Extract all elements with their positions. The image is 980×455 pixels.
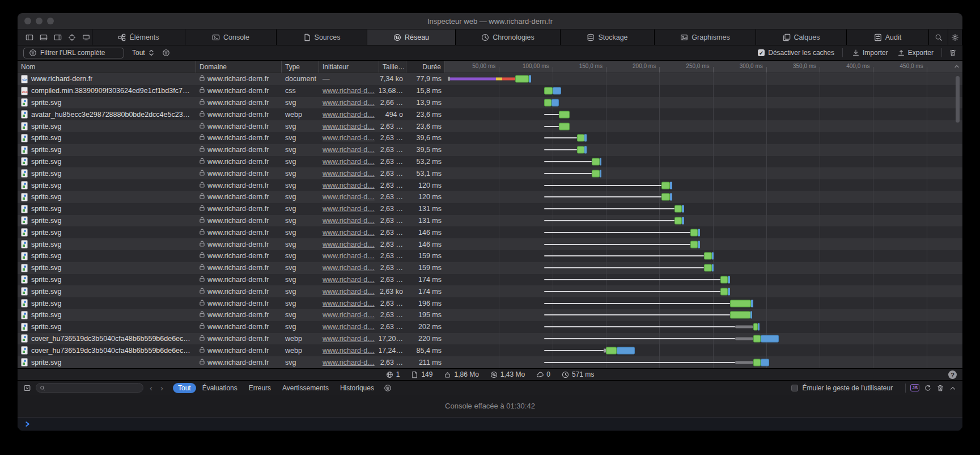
network-request-row[interactable]: avatar_hu85ecc3e298728880b0bde2dcc4e5c23… — [18, 108, 962, 120]
device-icon[interactable] — [80, 32, 92, 43]
tab-elements[interactable]: Éléments — [92, 30, 185, 45]
panel-left-icon[interactable] — [23, 32, 35, 43]
tab-audit[interactable]: Audit — [847, 30, 929, 45]
request-initiator[interactable]: www.richard-d… — [323, 205, 375, 213]
tab-console[interactable]: Console — [185, 30, 277, 45]
js-context-icon[interactable]: JS — [910, 384, 919, 391]
url-filter-input[interactable]: Filtrer l'URL complète — [23, 48, 124, 58]
console-tab-evaluations[interactable]: Évaluations — [197, 383, 243, 393]
export-button[interactable]: Exporter — [897, 49, 934, 57]
network-request-row[interactable]: sprite.svgwww.richard-dern.frsvgwww.rich… — [18, 167, 962, 179]
request-initiator[interactable]: www.richard-d… — [323, 335, 375, 343]
clear-console-trash-icon[interactable] — [936, 384, 944, 392]
close-button[interactable] — [24, 18, 31, 24]
chevron-up-icon[interactable] — [954, 63, 960, 71]
console-filter-options-icon[interactable] — [384, 384, 392, 392]
request-initiator[interactable]: www.richard-d… — [323, 99, 375, 107]
console-tab-historiques[interactable]: Historiques — [335, 383, 379, 393]
tab-reseau[interactable]: Réseau — [367, 30, 456, 45]
network-request-row[interactable]: sprite.svgwww.richard-dern.frsvgwww.rich… — [18, 262, 962, 274]
network-request-row[interactable]: sprite.svgwww.richard-dern.frsvgwww.rich… — [18, 179, 962, 191]
console-tab-erreurs[interactable]: Erreurs — [244, 383, 276, 393]
network-request-row[interactable]: csscompiled.min.38390909f303624ed9e1cf1b… — [18, 85, 962, 97]
column-header-domaine[interactable]: Domaine — [196, 61, 282, 73]
request-initiator[interactable]: www.richard-d… — [323, 170, 375, 178]
request-initiator[interactable]: www.richard-d… — [323, 252, 375, 260]
request-initiator[interactable]: www.richard-d… — [323, 323, 375, 331]
request-initiator[interactable]: www.richard-d… — [323, 87, 375, 95]
network-request-row[interactable]: sprite.svgwww.richard-dern.frsvgwww.rich… — [18, 203, 962, 215]
network-request-row[interactable]: cover_hu736519dc3b5040cfa48b6b559b6de6ec… — [18, 344, 962, 356]
network-request-row[interactable]: sprite.svgwww.richard-dern.frsvgwww.rich… — [18, 226, 962, 238]
network-request-row[interactable]: sprite.svgwww.richard-dern.frsvgwww.rich… — [18, 97, 962, 109]
previous-result-button[interactable]: ‹ — [148, 384, 154, 392]
network-request-row[interactable]: sprite.svgwww.richard-dern.frsvgwww.rich… — [18, 120, 962, 132]
network-request-row[interactable]: sprite.svgwww.richard-dern.frsvgwww.rich… — [18, 285, 962, 297]
request-initiator[interactable]: www.richard-d… — [323, 193, 375, 201]
network-request-row[interactable]: sprite.svgwww.richard-dern.frsvgwww.rich… — [18, 132, 962, 144]
request-initiator[interactable]: www.richard-d… — [323, 182, 375, 189]
network-request-row[interactable]: sprite.svgwww.richard-dern.frsvgwww.rich… — [18, 144, 962, 156]
request-initiator[interactable]: www.richard-d… — [323, 359, 375, 366]
console-reload-icon[interactable] — [924, 384, 932, 392]
emulate-user-gesture-checkbox[interactable] — [791, 385, 798, 391]
request-initiator[interactable]: www.richard-d… — [323, 217, 375, 225]
tab-calques[interactable]: Calques — [756, 30, 847, 45]
network-request-row[interactable]: sprite.svgwww.richard-dern.frsvgwww.rich… — [18, 250, 962, 262]
column-header-initiateur[interactable]: Initiateur — [319, 61, 379, 73]
request-initiator[interactable]: www.richard-d… — [323, 276, 375, 284]
settings-tab-button[interactable] — [948, 30, 962, 45]
target-icon[interactable] — [66, 32, 78, 43]
network-request-row[interactable]: sprite.svgwww.richard-dern.frsvgwww.rich… — [18, 238, 962, 250]
network-request-row[interactable]: sprite.svgwww.richard-dern.frsvgwww.rich… — [18, 215, 962, 227]
panel-bottom-icon[interactable] — [37, 32, 49, 43]
network-request-row[interactable]: sprite.svgwww.richard-dern.frsvgwww.rich… — [18, 274, 962, 286]
collapse-console-icon[interactable] — [949, 384, 957, 392]
column-header-type[interactable]: Type — [282, 61, 319, 73]
resource-type-dropdown[interactable]: Tout — [132, 49, 155, 57]
console-prompt[interactable] — [18, 418, 962, 431]
network-request-row[interactable]: sprite.svgwww.richard-dern.frsvgwww.rich… — [18, 156, 962, 168]
tab-stockage[interactable]: Stockage — [561, 30, 655, 45]
network-request-row[interactable]: cover_hu736519dc3b5040cfa48b6b559b6de6ec… — [18, 333, 962, 345]
help-button[interactable]: ? — [948, 370, 957, 379]
column-header-duree[interactable]: Durée — [406, 61, 445, 73]
clear-network-trash-icon[interactable] — [949, 49, 957, 57]
request-initiator[interactable]: www.richard-d… — [323, 146, 375, 154]
column-header-taille[interactable]: Taille… — [379, 61, 406, 73]
vertical-scrollbar[interactable] — [956, 76, 960, 123]
column-header-nom[interactable]: Nom — [18, 61, 196, 73]
console-scope-dropdown-icon[interactable] — [23, 384, 31, 392]
minimize-button[interactable] — [36, 18, 43, 24]
request-initiator[interactable]: www.richard-d… — [323, 229, 375, 237]
request-initiator[interactable]: www.richard-d… — [323, 134, 375, 142]
network-request-row[interactable]: <>www.richard-dern.frwww.richard-dern.fr… — [18, 73, 962, 85]
search-tab-button[interactable] — [929, 30, 948, 45]
request-initiator[interactable]: www.richard-d… — [323, 241, 375, 248]
disable-caches-checkbox[interactable]: ✓ — [758, 49, 765, 56]
console-tab-avertissements[interactable]: Avertissements — [277, 383, 334, 393]
tab-sources[interactable]: Sources — [277, 30, 367, 45]
network-request-row[interactable]: sprite.svgwww.richard-dern.frsvgwww.rich… — [18, 356, 962, 368]
console-search-input[interactable] — [36, 383, 143, 393]
request-initiator[interactable]: www.richard-d… — [323, 264, 375, 272]
request-initiator[interactable]: www.richard-d… — [323, 123, 375, 130]
console-tab-tout[interactable]: Tout — [173, 383, 196, 393]
request-initiator[interactable]: www.richard-d… — [323, 111, 375, 119]
request-initiator[interactable]: www.richard-d… — [323, 158, 375, 166]
panel-right-icon[interactable] — [52, 32, 63, 43]
request-initiator[interactable]: www.richard-d… — [323, 288, 375, 296]
network-request-row[interactable]: sprite.svgwww.richard-dern.frsvgwww.rich… — [18, 297, 962, 309]
tab-graphismes[interactable]: Graphismes — [655, 30, 756, 45]
next-result-button[interactable]: › — [159, 384, 165, 392]
filter-options-icon[interactable] — [162, 49, 170, 57]
request-initiator[interactable]: www.richard-d… — [323, 311, 375, 319]
zoom-button[interactable] — [47, 18, 54, 24]
network-request-row[interactable]: sprite.svgwww.richard-dern.frsvgwww.rich… — [18, 309, 962, 321]
network-request-row[interactable]: sprite.svgwww.richard-dern.frsvgwww.rich… — [18, 191, 962, 203]
tab-chronologies[interactable]: Chronologies — [456, 30, 561, 45]
network-request-row[interactable]: sprite.svgwww.richard-dern.frsvgwww.rich… — [18, 321, 962, 333]
import-button[interactable]: Importer — [852, 49, 888, 57]
request-initiator[interactable]: www.richard-d… — [323, 347, 375, 355]
request-initiator[interactable]: www.richard-d… — [323, 300, 375, 307]
